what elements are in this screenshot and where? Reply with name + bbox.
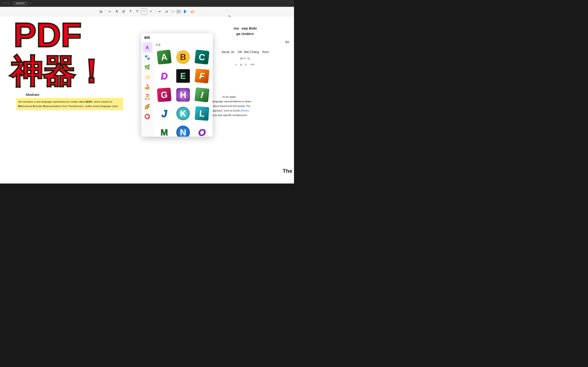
sticker-letter-H[interactable]: H: [174, 86, 192, 103]
sticker-letter-F[interactable]: F: [193, 67, 211, 85]
sticker-cat-letters[interactable]: A: [143, 43, 152, 52]
shape-arrow: ▾: [173, 10, 174, 12]
person-icon: 👤: [183, 10, 186, 13]
sticker-letter-E[interactable]: E: [174, 67, 192, 85]
sticker-letter-L[interactable]: L: [193, 105, 211, 122]
sticker-letter-G[interactable]: G: [156, 86, 173, 103]
window-controls: ‹ C ✎: [2, 2, 9, 5]
tab-bar: 新标签页 +: [13, 1, 31, 6]
underline-tool[interactable]: U: [121, 8, 127, 15]
sticker-cat-hat[interactable]: 🎅: [143, 92, 152, 101]
sticker-letter-B[interactable]: B: [174, 49, 192, 66]
sticker-letter-I[interactable]: I: [193, 86, 211, 103]
sticker-letter-M[interactable]: M: [156, 124, 173, 137]
strikethrough-tool[interactable]: S: [114, 8, 120, 15]
sticker-grid-area: 字母 A B C D: [154, 42, 213, 137]
text-slant-tool[interactable]: T: [127, 8, 134, 15]
note-tool[interactable]: ≡: [148, 8, 154, 15]
pen-tool[interactable]: ✒: [157, 8, 163, 15]
for-label: for: [285, 40, 289, 44]
edit-btn[interactable]: ✎: [7, 2, 9, 5]
person-tool[interactable]: 👤 ▾: [182, 9, 189, 14]
sticker-grid: A B C D E: [156, 49, 211, 137]
sticker-arrow: ▾: [180, 10, 180, 12]
sticker-panel-body: A 🐾 🌿 ✨ 🍰 🎅 🌈 ⭕: [141, 42, 213, 137]
sticker-letter-O[interactable]: O: [193, 124, 211, 137]
pdf-subtitle-text: 神器！: [10, 55, 107, 88]
sticker-category-label: 字母: [156, 43, 211, 47]
sticker-tool[interactable]: ⊙ ▾: [176, 9, 181, 14]
sticker-cat-nature[interactable]: 🌿: [143, 63, 152, 72]
signature-tool[interactable]: ✍ ▾: [189, 9, 196, 14]
sticker-panel-title: 贴纸: [141, 33, 213, 42]
sticker-letter-C[interactable]: C: [193, 49, 211, 66]
separator-2: [155, 9, 156, 14]
bottom-right-the: The: [283, 168, 292, 174]
signature-arrow: ▾: [194, 10, 195, 12]
sticker-letter-A[interactable]: A: [156, 49, 173, 66]
abstract-heading: Abstract: [26, 93, 39, 97]
highlight-tool[interactable]: ▤: [98, 8, 104, 15]
separator-1: [105, 9, 106, 14]
font-tool[interactable]: T: [134, 8, 140, 15]
active-tab[interactable]: 新标签页: [13, 1, 28, 6]
cursor: ↖: [228, 14, 231, 18]
person-arrow: ▾: [187, 10, 188, 12]
nav-forward-btn[interactable]: C: [4, 2, 6, 5]
sticker-categories: A 🐾 🌿 ✨ 🍰 🎅 🌈 ⭕: [141, 42, 154, 137]
sticker-icon: ⊙: [177, 10, 179, 13]
textbox-tool[interactable]: T: [141, 8, 147, 15]
shape-tool[interactable]: □ ▾: [171, 9, 175, 14]
content-area: PDF 神器！ -tra eep Bidirge Unders for Jaco…: [0, 16, 294, 184]
sticker-letter-J[interactable]: J: [156, 105, 173, 122]
sticker-cat-rainbow[interactable]: 🌈: [143, 102, 152, 111]
sticker-cat-animals[interactable]: 🐾: [143, 53, 152, 62]
title-bar: ‹ C ✎ 新标签页 +: [0, 0, 294, 7]
signature-icon: ✍: [190, 10, 194, 13]
sticker-letter-K[interactable]: K: [174, 105, 192, 122]
shape-icon: □: [172, 10, 173, 13]
stamp-tool[interactable]: ⊟: [164, 8, 170, 15]
pencil-tool[interactable]: ✏: [107, 8, 113, 15]
sticker-letter-N[interactable]: N: [174, 124, 192, 137]
sticker-panel: 贴纸 A 🐾 🌿 ✨ 🍰: [141, 33, 213, 137]
pdf-page: PDF 神器！ -tra eep Bidirge Unders for Jaco…: [0, 16, 294, 184]
abstract-text-block: We introduce a new language representa-t…: [16, 98, 123, 110]
toolbar: ▤ ✏ S U T T T ≡ ✒ ⊟ □ ▾ ⊙ ▾ ↖ 👤 ▾ ✍ ▾: [0, 7, 294, 16]
sticker-cat-cake[interactable]: 🍰: [143, 82, 152, 92]
sticker-letter-D[interactable]: D: [156, 67, 173, 85]
sticker-cat-stars[interactable]: ✨: [143, 72, 152, 82]
pdf-title-text: PDF: [14, 18, 82, 52]
nav-back-btn[interactable]: ‹: [2, 2, 3, 5]
sticker-cat-ring[interactable]: ⭕: [143, 112, 152, 121]
add-tab-btn[interactable]: +: [29, 2, 31, 5]
